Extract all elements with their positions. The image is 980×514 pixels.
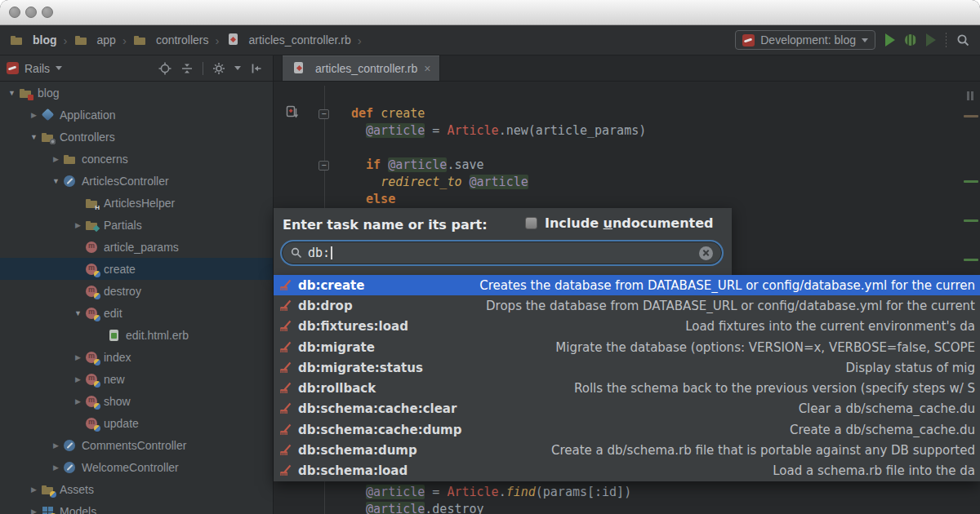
tree-item-blog[interactable]: ▼blog xyxy=(0,82,273,104)
tree-item-Assets[interactable]: ▶Assets xyxy=(0,478,273,500)
ruby-file-icon xyxy=(226,33,241,47)
popup-header: Enter task name or its part: Include und… xyxy=(274,208,732,275)
tree-item-article_params[interactable]: article_params xyxy=(0,236,273,258)
tree-item-WelcomeController[interactable]: ▶WelcomeController xyxy=(0,456,273,478)
hide-panel-icon[interactable] xyxy=(250,62,263,75)
breadcrumb-item-articles_controller.rb[interactable]: articles_controller.rb xyxy=(226,33,351,47)
tree-expand-arrow[interactable]: ▶ xyxy=(49,441,63,450)
tree-item-Partials[interactable]: ▶Partials xyxy=(0,214,273,236)
clear-search-icon[interactable] xyxy=(699,246,713,260)
task-row-db:schema:dump[interactable]: db:schema:dumpCreate a db/schema.rb file… xyxy=(274,440,980,460)
tree-expand-arrow[interactable]: ▶ xyxy=(27,485,41,494)
task-description-text: Load fixtures into the current environme… xyxy=(685,319,975,334)
close-button[interactable] xyxy=(9,7,20,18)
scrollbar-thumb[interactable] xyxy=(967,91,973,100)
tree-item-ArticlesController[interactable]: ▼ArticlesController xyxy=(0,170,273,192)
tree-expand-arrow[interactable]: ▶ xyxy=(71,375,85,383)
code-token xyxy=(351,123,366,138)
override-marker-icon[interactable] xyxy=(286,105,299,120)
debug-button[interactable] xyxy=(905,34,916,46)
task-row-db:migrate[interactable]: db:migrateMigrate the database (options:… xyxy=(274,337,980,357)
collapse-all-icon[interactable] xyxy=(180,62,194,75)
tab-articles-controller[interactable]: articles_controller.rb × xyxy=(282,55,440,81)
tree-item-index[interactable]: ▶index xyxy=(0,346,273,368)
locate-icon[interactable] xyxy=(158,62,172,75)
task-row-db:schema:cache:dump[interactable]: db:schema:cache:dumpCreate a db/schema_c… xyxy=(274,419,980,440)
rake-icon xyxy=(278,402,292,415)
task-row-db:schema:cache:clear[interactable]: db:schema:cache:clearClear a db/schema_c… xyxy=(274,399,980,419)
rake-icon xyxy=(278,341,292,354)
error-stripe-mark xyxy=(964,180,978,183)
task-description: Drops the database from DATABASE_URL or … xyxy=(371,299,975,313)
task-row-db:create[interactable]: db:createCreates the database from DATAB… xyxy=(274,275,980,295)
code-token xyxy=(351,192,366,206)
chevron-down-icon[interactable] xyxy=(56,66,62,70)
toolbar-separator xyxy=(946,33,947,47)
tree-item-Models[interactable]: ▶Models xyxy=(0,500,273,514)
task-name: db:create xyxy=(298,278,364,293)
task-row-db:rollback[interactable]: db:rollbackRolls the schema back to the … xyxy=(274,378,980,398)
task-row-db:drop[interactable]: db:dropDrops the database from DATABASE_… xyxy=(274,295,980,316)
partials-folder-icon xyxy=(85,219,100,232)
task-search-field[interactable]: db: xyxy=(282,241,722,264)
task-row-db:fixtures:load[interactable]: db:fixtures:loadLoad fixtures into the c… xyxy=(274,317,980,337)
tree-item-edit[interactable]: ▼edit xyxy=(0,302,273,324)
task-row-db:migrate:status[interactable]: db:migrate:statusDisplay status of mig xyxy=(274,357,980,378)
tree-item-create[interactable]: create xyxy=(0,258,273,280)
popup-title: Enter task name or its part: xyxy=(283,217,488,233)
tree-expand-arrow[interactable]: ▶ xyxy=(49,463,63,472)
coverage-button[interactable] xyxy=(926,33,936,47)
tree-item-Application[interactable]: ▶Application xyxy=(0,104,273,126)
task-description: Create a db/schema.rb file that is porta… xyxy=(435,443,975,458)
tree-item-edit.html.erb[interactable]: edit.html.erb xyxy=(0,324,273,346)
tree-expand-arrow[interactable]: ▶ xyxy=(71,397,85,405)
fold-guide-line xyxy=(324,480,325,514)
tree-expand-arrow[interactable]: ▼ xyxy=(5,89,19,97)
task-name: db:schema:cache:clear xyxy=(298,401,457,416)
breadcrumb-item-blog[interactable]: blog xyxy=(10,33,57,47)
tree-item-new[interactable]: ▶new xyxy=(0,368,273,390)
rails-view-icon xyxy=(7,62,19,74)
tree-item-ArticlesHelper[interactable]: HArticlesHelper xyxy=(0,192,273,214)
project-view-label[interactable]: Rails xyxy=(24,62,50,75)
task-row-db:schema:load[interactable]: db:schema:loadLoad a schema.rb file into… xyxy=(274,461,980,481)
tree-expand-arrow[interactable]: ▶ xyxy=(27,507,41,514)
tree-item-concerns[interactable]: ▶concerns xyxy=(0,148,273,170)
run-configuration-select[interactable]: Development: blog xyxy=(735,30,875,50)
breadcrumb-item-app[interactable]: app xyxy=(74,33,116,47)
include-undocumented-checkbox[interactable]: Include undocumented xyxy=(525,215,714,231)
search-icon[interactable] xyxy=(956,33,970,47)
tree-item-update[interactable]: update xyxy=(0,412,273,434)
tree-expand-arrow[interactable]: ▼ xyxy=(27,133,41,141)
tree-expand-arrow[interactable]: ▼ xyxy=(49,177,63,185)
icon-badge xyxy=(28,95,33,100)
minimize-button[interactable] xyxy=(25,7,37,18)
task-description-text: Create a db/schema.rb file that is porta… xyxy=(551,443,975,458)
close-tab-icon[interactable]: × xyxy=(424,62,430,75)
tree-expand-arrow[interactable]: ▶ xyxy=(71,221,85,229)
task-search-input[interactable]: db: xyxy=(308,246,330,260)
tree-item-Controllers[interactable]: ▼Controllers xyxy=(0,126,273,148)
tree-expand-arrow[interactable]: ▶ xyxy=(49,155,63,163)
breadcrumb-item-controllers[interactable]: controllers xyxy=(133,33,209,47)
breadcrumb-label: blog xyxy=(33,33,57,47)
tree-item-CommentsController[interactable]: ▶CommentsController xyxy=(0,434,273,456)
tree-item-destroy[interactable]: destroy xyxy=(0,280,273,302)
error-stripe-mark xyxy=(964,219,978,222)
method-icon xyxy=(85,241,100,254)
tree-expand-arrow[interactable]: ▼ xyxy=(71,309,85,317)
chevron-down-icon[interactable] xyxy=(234,66,241,70)
breadcrumb-label: articles_controller.rb xyxy=(249,33,351,47)
checkbox-icon[interactable] xyxy=(525,217,537,229)
icon-badge xyxy=(94,425,100,432)
tree-expand-arrow[interactable]: ▶ xyxy=(71,353,85,361)
zoom-button[interactable] xyxy=(42,7,53,18)
gear-icon[interactable] xyxy=(212,62,225,75)
run-button[interactable] xyxy=(885,33,895,47)
code-token: @article xyxy=(366,123,425,138)
tree-expand-arrow[interactable]: ▶ xyxy=(27,111,41,119)
fold-marker[interactable]: − xyxy=(318,109,329,119)
task-description-text: Creates the database from DATABASE_URL o… xyxy=(479,278,975,293)
tree-item-show[interactable]: ▶show xyxy=(0,390,273,412)
fold-marker[interactable]: − xyxy=(318,161,329,171)
